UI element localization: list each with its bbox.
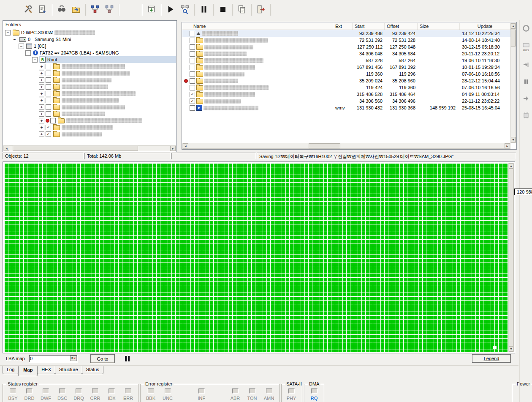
row-checkbox[interactable] [190,105,195,111]
map-vscroll[interactable]: ▲ ▼ [508,163,514,352]
scroll-left-icon[interactable]: ◄ [4,146,9,151]
column-header-offset[interactable]: Offset [385,23,418,30]
row-checkbox[interactable] [190,71,195,77]
expand-icon[interactable]: + [39,98,44,103]
tree-item[interactable]: + [3,77,176,83]
tab-structure[interactable]: Structure [55,366,82,374]
power-button[interactable] [521,25,531,32]
tree-checkbox[interactable] [46,84,51,90]
tree-item[interactable]: −RRoot [3,56,176,63]
tree-item[interactable]: + [3,70,176,77]
build-map-alt-button[interactable] [102,3,117,16]
collapse-icon[interactable]: − [25,50,31,56]
file-row[interactable]: 119 360119 29607-06-10 16:16:56 [182,71,510,77]
row-checkbox[interactable]: ✓ [190,98,195,104]
column-header-update[interactable]: Update [460,23,510,30]
row-checkbox[interactable]: ✓ [190,92,195,97]
row-checkbox[interactable] [190,85,195,90]
row-checkbox[interactable] [190,38,195,43]
exit-button[interactable] [254,3,268,16]
export-folder-button[interactable] [69,3,83,16]
expand-icon[interactable]: + [39,131,44,137]
file-row[interactable]: ▶wmv131 930 432131 930 368148 959 19225-… [182,104,510,111]
column-header-ext[interactable]: Ext [333,23,353,30]
row-checkbox[interactable] [190,44,195,50]
file-row[interactable]: 35 209 02435 208 96028-12-12 15:04:44 [182,77,510,84]
lba-map-grid[interactable] [4,163,508,352]
build-map-button[interactable] [88,3,102,16]
tab-status[interactable]: Status [82,366,103,374]
expand-icon[interactable]: + [39,84,44,90]
tree-item[interactable]: −D:₩PC-3000₩ [3,29,176,36]
tree-item[interactable]: + [3,63,176,70]
column-header-name[interactable]: Name [182,23,333,30]
tree-item[interactable]: + [3,117,176,124]
file-row[interactable]: ✓315 486 528315 486 46404-09-11 00:03:14 [182,91,510,98]
tree-item[interactable]: −1 [0C] [3,43,176,49]
row-checkbox[interactable] [190,78,195,84]
map-pause-button[interactable] [125,356,131,361]
analyze-button[interactable] [178,3,192,16]
pause-button[interactable] [197,3,211,16]
collapse-icon[interactable]: − [32,57,38,63]
expand-icon[interactable]: + [39,118,44,123]
column-header-start[interactable]: Start [353,23,385,30]
scroll-right-icon[interactable]: ► [505,143,510,148]
collapse-icon[interactable]: − [19,44,24,49]
file-list-vscroll[interactable]: ▲ ▼ [510,23,516,143]
expand-icon[interactable]: + [39,104,44,110]
copy-button[interactable] [235,3,249,16]
lba-input[interactable] [30,356,69,361]
folders-hscroll[interactable]: ◄ ► [3,145,176,151]
tree-checkbox[interactable] [50,118,56,123]
tree-item[interactable]: + [3,83,176,90]
row-checkbox[interactable] [190,31,195,36]
tab-map[interactable]: Map [18,366,38,376]
tree-item[interactable]: +✓ [3,131,176,137]
row-checkbox[interactable] [190,58,195,63]
scroll-down-icon[interactable]: ▼ [509,346,513,352]
tree-checkbox[interactable]: ✓ [46,125,51,130]
file-row[interactable]: 587 328587 26419-06-10 11:16:30 [182,57,510,64]
expand-icon[interactable]: + [39,71,44,76]
file-row[interactable]: 93 239 48893 239 42413-12-10 22:25:34 [182,30,510,37]
tab-hex[interactable]: HEX [37,366,55,374]
lba-mode-button[interactable]: D▼ [70,356,77,361]
file-row[interactable]: 167 891 456167 891 39210-01-15 19:29:34 [182,64,510,71]
scroll-thumb[interactable] [13,146,138,151]
scroll-thumb[interactable] [509,169,513,346]
file-row[interactable]: 127 250 112127 250 04830-12-15 05:18:30 [182,44,510,50]
stop-button[interactable] [216,3,230,16]
tree-checkbox[interactable] [46,91,51,96]
chip-button[interactable] [521,112,531,119]
run-button[interactable] [521,95,531,102]
scroll-left-icon[interactable]: ◄ [183,143,188,148]
collapse-icon[interactable]: − [5,30,11,36]
tree-checkbox[interactable] [46,64,51,69]
save-objects-button[interactable] [144,3,159,16]
report-button[interactable] [35,3,50,16]
goto-button[interactable]: Go to [90,354,115,363]
tree-checkbox[interactable]: ✓ [46,131,51,137]
legend-button[interactable]: Legend [472,354,511,363]
search-button[interactable] [54,3,69,16]
tree-checkbox[interactable] [46,98,51,103]
scroll-up-icon[interactable]: ▲ [511,23,516,29]
tree-item[interactable]: + [3,104,176,110]
file-row[interactable]: 119 424119 36007-06-10 16:16:56 [182,84,510,91]
tree-item[interactable]: + [3,97,176,104]
tree-item[interactable]: −0 - Samsung S1 Mini [3,36,176,43]
reset-button[interactable]: RES [521,41,531,52]
tree-checkbox[interactable] [46,104,51,110]
scroll-down-icon[interactable]: ▼ [511,137,516,142]
tree-item[interactable]: +✓ [3,124,176,131]
tree-item[interactable]: −iFAT32 =< 2047GB (LBA) - SAMSUNG [3,49,176,56]
expand-icon[interactable]: + [39,64,44,69]
scroll-thumb[interactable] [511,30,516,46]
collapse-icon[interactable]: − [12,37,17,42]
tools-button[interactable] [21,3,35,16]
column-header-size[interactable]: Size [418,23,460,30]
file-row[interactable]: 34 306 04834 305 98420-11-12 23:20:12 [182,50,510,57]
tree-item[interactable]: + [3,110,176,117]
load-button[interactable] [521,61,531,68]
